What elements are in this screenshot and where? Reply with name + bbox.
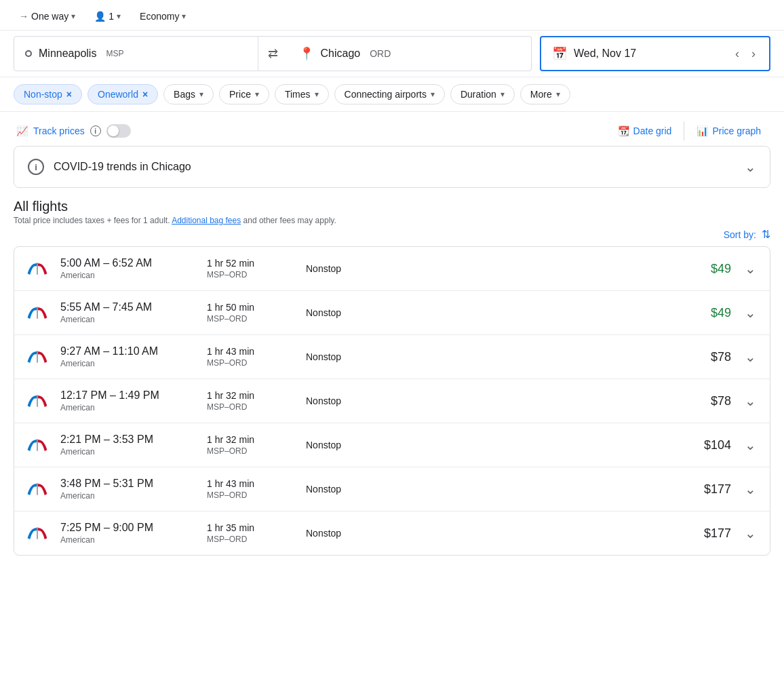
trip-type-chevron: ▾ — [71, 12, 75, 21]
flight-airline: American — [60, 491, 196, 501]
date-prev-button[interactable]: ‹ — [732, 45, 742, 62]
filter-remove-oneworld[interactable]: × — [142, 89, 148, 100]
flight-row[interactable]: 5:00 AM – 6:52 AM American 1 hr 52 min M… — [14, 247, 770, 291]
flights-list: 5:00 AM – 6:52 AM American 1 hr 52 min M… — [14, 246, 770, 556]
sort-by-label: Sort by: — [724, 229, 756, 240]
bag-fees-link[interactable]: Additional bag fees — [172, 216, 241, 225]
right-tools: 📆 Date grid 📊 Price graph — [611, 121, 768, 140]
flight-price: $78 — [677, 394, 731, 408]
flight-expand-button[interactable]: ⌄ — [742, 434, 759, 456]
filter-label-oneworld: Oneworld — [98, 89, 138, 100]
filter-label-duration: Duration — [460, 89, 496, 100]
price-value: $78 — [711, 350, 731, 364]
filter-chevron-price: ▾ — [255, 90, 259, 99]
date-next-button[interactable]: › — [749, 45, 758, 62]
filter-chip-duration[interactable]: Duration▾ — [450, 84, 515, 104]
flight-expand-button[interactable]: ⌄ — [742, 302, 759, 324]
covid-title: COVID-19 trends in Chicago — [54, 161, 191, 173]
price-value: $78 — [711, 394, 731, 408]
airline-logo — [25, 433, 50, 457]
swap-button[interactable]: ⇄ — [258, 36, 288, 71]
track-prices-switch[interactable] — [106, 124, 131, 138]
date-grid-icon: 📆 — [618, 125, 629, 136]
track-prices-info-icon: i — [90, 125, 101, 136]
filter-chip-times[interactable]: Times▾ — [275, 84, 329, 104]
flight-time-range: 9:27 AM – 11:10 AM — [60, 345, 196, 357]
passengers-selector[interactable]: 👤 1 ▾ — [89, 8, 126, 24]
flight-row[interactable]: 3:48 PM – 5:31 PM American 1 hr 43 min M… — [14, 467, 770, 511]
flight-expand-button[interactable]: ⌄ — [742, 258, 759, 279]
flight-duration: 1 hr 32 min MSP–ORD — [207, 390, 295, 412]
flight-row[interactable]: 2:21 PM – 3:53 PM American 1 hr 32 min M… — [14, 423, 770, 467]
destination-city: Chicago — [321, 47, 361, 60]
date-value: Wed, Nov 17 — [574, 47, 726, 60]
arrow-right-icon: → — [19, 11, 28, 22]
trip-type-selector[interactable]: → One way ▾ — [14, 8, 81, 24]
cabin-class-selector[interactable]: Economy ▾ — [134, 8, 191, 24]
filter-chip-oneworld[interactable]: Oneworld× — [87, 84, 158, 104]
filter-chip-bags[interactable]: Bags▾ — [163, 84, 214, 104]
origin-city: Minneapolis — [39, 47, 96, 60]
covid-info-icon: i — [28, 159, 44, 175]
airline-logo — [25, 301, 50, 325]
duration-text: 1 hr 32 min — [207, 390, 295, 401]
price-graph-icon: 📊 — [697, 125, 708, 136]
date-input[interactable]: 📅 Wed, Nov 17 ‹ › — [540, 36, 770, 71]
filter-chip-more[interactable]: More▾ — [520, 84, 570, 104]
flight-duration: 1 hr 43 min MSP–ORD — [207, 346, 295, 368]
svg-rect-3 — [37, 395, 38, 407]
filter-chip-connecting_airports[interactable]: Connecting airports▾ — [334, 84, 445, 104]
price-value: $177 — [704, 482, 731, 496]
flight-airline: American — [60, 535, 196, 545]
filter-chevron-bags: ▾ — [199, 90, 203, 99]
destination-input[interactable]: 📍 Chicago ORD — [288, 36, 532, 71]
flight-row[interactable]: 5:55 AM – 7:45 AM American 1 hr 50 min M… — [14, 291, 770, 335]
duration-route: MSP–ORD — [207, 490, 295, 500]
flight-row[interactable]: 9:27 AM – 11:10 AM American 1 hr 43 min … — [14, 335, 770, 379]
flight-row[interactable]: 7:25 PM – 9:00 PM American 1 hr 35 min M… — [14, 511, 770, 555]
flight-times: 12:17 PM – 1:49 PM American — [60, 389, 196, 412]
filter-chevron-connecting_airports: ▾ — [431, 90, 435, 99]
airline-logo — [25, 256, 50, 281]
price-graph-label: Price graph — [712, 125, 761, 136]
cabin-class-chevron: ▾ — [182, 12, 186, 21]
duration-route: MSP–ORD — [207, 402, 295, 412]
origin-input[interactable]: Minneapolis MSP — [14, 36, 258, 71]
flight-time-range: 2:21 PM – 3:53 PM — [60, 433, 196, 446]
flight-expand-button[interactable]: ⌄ — [742, 478, 759, 500]
flight-time-range: 3:48 PM – 5:31 PM — [60, 478, 196, 490]
filter-remove-nonstop[interactable]: × — [66, 89, 72, 100]
flight-times: 5:55 AM – 7:45 AM American — [60, 301, 196, 324]
trending-icon: 📈 — [16, 125, 28, 136]
flight-row[interactable]: 12:17 PM – 1:49 PM American 1 hr 32 min … — [14, 379, 770, 423]
filters-bar: Non-stop×Oneworld×Bags▾Price▾Times▾Conne… — [0, 77, 784, 112]
date-grid-button[interactable]: 📆 Date grid — [611, 121, 679, 140]
flight-times: 3:48 PM – 5:31 PM American — [60, 478, 196, 501]
svg-rect-5 — [37, 483, 38, 495]
duration-text: 1 hr 35 min — [207, 522, 295, 533]
covid-section[interactable]: i COVID-19 trends in Chicago ⌄ — [14, 146, 770, 188]
flight-expand-button[interactable]: ⌄ — [742, 390, 759, 412]
flight-price: $49 — [677, 262, 731, 276]
filter-chevron-more: ▾ — [556, 90, 560, 99]
svg-rect-6 — [37, 527, 38, 539]
sort-row: Sort by: ⇅ — [14, 228, 770, 241]
airline-logo — [25, 521, 50, 545]
track-prices-toggle[interactable]: 📈 Track prices i — [16, 124, 131, 138]
filter-chip-nonstop[interactable]: Non-stop× — [14, 84, 82, 104]
origin-code: MSP — [106, 49, 123, 58]
destination-pin-icon: 📍 — [299, 46, 314, 61]
duration-route: MSP–ORD — [207, 270, 295, 279]
filter-label-bags: Bags — [174, 89, 195, 100]
filter-label-nonstop: Non-stop — [24, 89, 62, 100]
flight-expand-button[interactable]: ⌄ — [742, 346, 759, 368]
filter-chip-price[interactable]: Price▾ — [219, 84, 269, 104]
sort-icon[interactable]: ⇅ — [762, 228, 770, 241]
destination-code: ORD — [370, 48, 391, 59]
flight-stops: Nonstop — [306, 307, 374, 318]
price-graph-button[interactable]: 📊 Price graph — [690, 121, 768, 140]
covid-left: i COVID-19 trends in Chicago — [28, 159, 191, 175]
flight-expand-button[interactable]: ⌄ — [742, 522, 759, 544]
svg-rect-1 — [37, 307, 38, 319]
flight-duration: 1 hr 50 min MSP–ORD — [207, 302, 295, 324]
